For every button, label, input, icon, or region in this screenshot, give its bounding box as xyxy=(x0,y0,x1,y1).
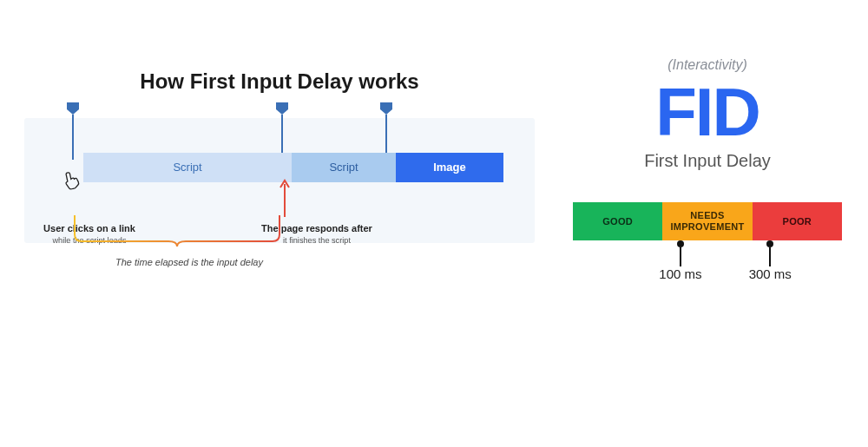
metric-full-name: First Input Delay xyxy=(564,151,851,171)
threshold-scale: GOOD NEEDS IMPROVEMENT POOR xyxy=(573,202,842,240)
delay-caption: The time elapsed is the input delay xyxy=(76,257,302,267)
timeline-track: Script Script Image xyxy=(83,153,503,182)
timeline-box: Script Script Image User clicks on a lin… xyxy=(24,118,535,243)
tick-label: 100 ms xyxy=(659,266,701,281)
segment-script: Script xyxy=(83,153,292,182)
pin-icon xyxy=(67,102,79,160)
band-needs: NEEDS IMPROVEMENT xyxy=(662,202,752,240)
fid-metric-panel: (Interactivity) FID First Input Delay GO… xyxy=(564,57,851,293)
pin-icon xyxy=(380,102,392,160)
tick-label: 300 ms xyxy=(749,266,792,281)
annotation-page-responds: The page responds after it finishes the … xyxy=(239,222,395,246)
fid-how-it-works-panel: How First Input Delay works Script Scrip… xyxy=(24,69,535,243)
metric-acronym: FID xyxy=(564,78,851,146)
tick: 100 ms xyxy=(659,240,701,281)
left-title: How First Input Delay works xyxy=(24,69,535,94)
annotation-user-click: User clicks on a link while the script l… xyxy=(24,222,155,246)
segment-script: Script xyxy=(292,153,396,182)
band-good: GOOD xyxy=(573,202,662,240)
tick: 300 ms xyxy=(749,240,792,281)
pin-icon xyxy=(276,102,288,160)
threshold-ticks: 100 ms 300 ms xyxy=(573,240,842,293)
pointer-hand-icon xyxy=(62,168,83,195)
metric-category: (Interactivity) xyxy=(564,57,851,73)
segment-image: Image xyxy=(396,153,503,182)
band-poor: POOR xyxy=(753,202,842,240)
